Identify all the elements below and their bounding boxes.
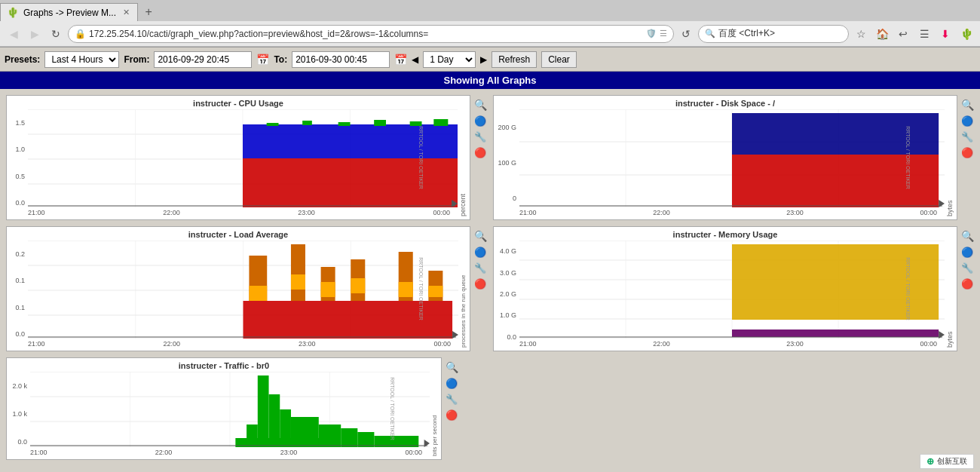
presets-select[interactable]: Last 4 Hours Last Hour Last Day Last Wee… xyxy=(44,51,119,68)
to-calendar-icon[interactable]: 📅 xyxy=(394,54,407,66)
load-zoom-icon[interactable]: 🔍 xyxy=(473,229,487,243)
cpu-xtick-2: 22:00 xyxy=(163,209,180,216)
disk-rrtool-label: RRTOOL / TORI OETIKER xyxy=(906,126,911,189)
tab-bar: 🌵 Graphs -> Preview M... ✕ + xyxy=(0,0,980,21)
menu-button[interactable]: ☰ xyxy=(915,25,933,43)
cpu-graph-icons: 🔍 🔵 🔧 🔴 xyxy=(473,95,487,220)
svg-rect-78 xyxy=(319,424,341,447)
svg-rect-12 xyxy=(338,122,351,126)
toolbar: Presets: Last 4 Hours Last Hour Last Day… xyxy=(0,48,980,72)
forward-button[interactable]: ▶ xyxy=(26,25,44,43)
active-tab[interactable]: 🌵 Graphs -> Preview M... ✕ xyxy=(0,3,138,21)
extensions-button[interactable]: 🌵 xyxy=(957,25,975,43)
load-icon2[interactable]: 🔵 xyxy=(473,245,487,259)
disk-chart xyxy=(519,109,945,207)
traffic-chart xyxy=(30,372,430,447)
mem-xtick-3: 23:00 xyxy=(786,340,804,348)
traffic-graph-icons: 🔍 🔵 🔧 🔴 xyxy=(445,357,458,460)
url-lock-icon: 🛡️ xyxy=(646,29,657,38)
logo-icon: ⊕ xyxy=(926,456,934,467)
url-bar[interactable]: 🔒 172.25.254.10/cacti/graph_view.php?act… xyxy=(68,25,674,43)
refresh-button[interactable]: Refresh xyxy=(492,51,537,68)
traffic-icon4[interactable]: 🔴 xyxy=(445,408,458,421)
traffic-icon2[interactable]: 🔵 xyxy=(445,376,458,390)
svg-rect-76 xyxy=(280,409,291,447)
memory-icon4[interactable]: 🔴 xyxy=(960,277,974,290)
cpu-zoom-icon[interactable]: 🔍 xyxy=(473,98,487,112)
traffic-graph-title: instructer - Traffic - br0 xyxy=(10,361,438,370)
svg-rect-11 xyxy=(302,121,312,125)
cpu-rrtool-label: RRTOOL / TORI OETIKER xyxy=(419,126,424,189)
disk-graph-panel: instructer - Disk Space - / 200 G 100 G … xyxy=(493,95,957,220)
load-ytick-1: 0.0 xyxy=(10,330,25,338)
cpu-ytick-3: 1.0 xyxy=(10,146,25,153)
new-tab-button[interactable]: + xyxy=(139,3,158,21)
load-xtick-3: 23:00 xyxy=(299,340,316,348)
back-button[interactable]: ◀ xyxy=(5,25,23,43)
svg-rect-75 xyxy=(269,394,280,447)
reload-page-button[interactable]: ↺ xyxy=(677,25,695,43)
load-graph-cell: instructer - Load Average 0.2 0.1 0.1 0.… xyxy=(6,226,487,351)
svg-rect-9 xyxy=(243,124,458,158)
disk-xtick-1: 21:00 xyxy=(519,209,537,216)
load-icon3[interactable]: 🔧 xyxy=(473,261,487,274)
load-xtick-1: 21:00 xyxy=(28,340,45,348)
traffic-zoom-icon[interactable]: 🔍 xyxy=(445,360,458,374)
memory-icon2[interactable]: 🔵 xyxy=(960,245,974,259)
mem-ytick-4: 3.0 G xyxy=(497,269,516,277)
presets-label: Presets: xyxy=(5,54,40,65)
home-button[interactable]: 🏠 xyxy=(873,25,891,43)
svg-rect-73 xyxy=(247,424,258,447)
search-bar[interactable]: 🔍 百度 <Ctrl+K> xyxy=(698,25,849,43)
disk-icon2[interactable]: 🔵 xyxy=(960,114,974,127)
cpu-graph-icon2[interactable]: 🔵 xyxy=(473,114,487,127)
pocket-button[interactable]: ⬇ xyxy=(936,25,954,43)
cpu-graph-panel: instructer - CPU Usage 1.5 1.0 0.5 0.0 xyxy=(6,95,470,220)
svg-rect-79 xyxy=(341,428,357,447)
memory-zoom-icon[interactable]: 🔍 xyxy=(960,229,974,243)
disk-zoom-icon[interactable]: 🔍 xyxy=(960,98,974,112)
load-icon4[interactable]: 🔴 xyxy=(473,277,487,290)
disk-icon4[interactable]: 🔴 xyxy=(960,146,974,159)
clear-button[interactable]: Clear xyxy=(541,51,577,68)
cpu-ytick-2: 0.5 xyxy=(10,173,25,180)
tab-close-button[interactable]: ✕ xyxy=(121,8,131,18)
memory-icon3[interactable]: 🔧 xyxy=(960,261,974,274)
traffic-xtick-1: 21:00 xyxy=(30,449,47,456)
svg-rect-49 xyxy=(428,286,443,297)
mem-ytick-1: 0.0 xyxy=(497,333,516,341)
cpu-graph-title: instructer - CPU Usage xyxy=(10,99,467,108)
to-input[interactable] xyxy=(292,51,390,68)
mem-ytick-5: 4.0 G xyxy=(497,247,516,255)
disk-xtick-4: 00:00 xyxy=(920,209,937,216)
traffic-xtick-3: 23:00 xyxy=(280,449,298,456)
disk-icon3[interactable]: 🔧 xyxy=(960,130,974,143)
traffic-ylabel: bits per second xyxy=(431,372,438,456)
cpu-xtick-1: 21:00 xyxy=(28,209,45,216)
from-label: From: xyxy=(124,54,149,65)
memory-graph-cell: instructer - Memory Usage 4.0 G 3.0 G 2.… xyxy=(493,226,974,351)
traffic-icon3[interactable]: 🔧 xyxy=(445,392,458,406)
nav-bar: ◀ ▶ ↻ 🔒 172.25.254.10/cacti/graph_view.p… xyxy=(0,21,980,47)
to-label: To: xyxy=(274,54,287,65)
bookmark-star-button[interactable]: ☆ xyxy=(852,25,870,43)
cpu-ytick-1: 0.0 xyxy=(10,199,25,207)
url-bookmark-icon: ☰ xyxy=(660,29,667,38)
from-calendar-icon[interactable]: 📅 xyxy=(256,54,269,66)
traffic-rrtool-label: RRTOOL / TORI OETIKER xyxy=(390,377,396,440)
memory-graph-title: instructer - Memory Usage xyxy=(497,230,954,239)
disk-graph-title: instructer - Disk Space - / xyxy=(497,99,954,108)
cpu-xtick-3: 23:00 xyxy=(298,209,315,216)
from-input[interactable] xyxy=(154,51,252,68)
sync-button[interactable]: ↩ xyxy=(894,25,912,43)
svg-rect-39 xyxy=(291,244,305,301)
svg-rect-10 xyxy=(267,123,279,126)
reload-button[interactable]: ↻ xyxy=(47,25,65,43)
svg-rect-77 xyxy=(291,417,319,447)
interval-select[interactable]: 1 Day 1 Hour 1 Week xyxy=(423,51,476,68)
cpu-graph-icon3[interactable]: 🔧 xyxy=(473,130,487,143)
disk-xtick-2: 22:00 xyxy=(653,209,670,216)
cpu-graph-icon4[interactable]: 🔴 xyxy=(473,146,487,159)
memory-graph-panel: instructer - Memory Usage 4.0 G 3.0 G 2.… xyxy=(493,226,957,351)
svg-rect-45 xyxy=(291,274,305,290)
